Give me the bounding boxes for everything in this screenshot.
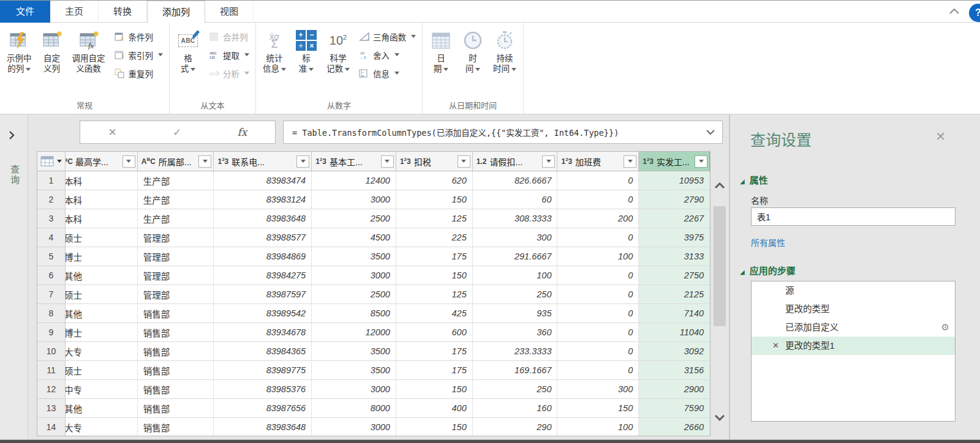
cell[interactable]: 83984365 [214, 342, 312, 361]
column-header-0[interactable]: ABC最高学... [66, 152, 138, 171]
cell[interactable]: 博士 [66, 323, 138, 342]
cell[interactable]: 管理部 [138, 247, 214, 266]
cell[interactable]: 83983124 [214, 190, 312, 209]
cell[interactable]: 83989542 [214, 304, 312, 323]
cell[interactable]: 本科 [66, 209, 138, 228]
close-panel-icon[interactable]: ✕ [935, 129, 946, 144]
tab-home[interactable]: 主页 [50, 1, 99, 23]
cell[interactable]: 2500 [312, 285, 396, 304]
cell[interactable]: 83983648 [214, 418, 312, 436]
cell[interactable]: 3156 [639, 361, 710, 380]
cell[interactable]: 83984869 [214, 247, 312, 266]
standard-button[interactable]: +−÷×标准 [290, 24, 322, 74]
cell[interactable]: 销售部 [138, 323, 214, 342]
applied-step-3[interactable]: ✕更改的类型1 [752, 337, 955, 355]
column-from-examples-button[interactable]: 示例中的列 [2, 24, 36, 74]
duration-button[interactable]: 持续时间 [489, 24, 521, 74]
cell[interactable]: 125 [396, 285, 473, 304]
cell[interactable]: 83988577 [214, 228, 312, 247]
cell[interactable]: 150 [396, 266, 473, 285]
duplicate-column-button[interactable]: 重复列 [115, 65, 164, 81]
cell[interactable]: 300 [557, 380, 639, 399]
cell[interactable]: 0 [557, 228, 639, 247]
cell[interactable]: 250 [473, 285, 558, 304]
cell[interactable]: 300 [473, 228, 558, 247]
cell[interactable]: 0 [557, 190, 639, 209]
cell[interactable]: 360 [473, 323, 558, 342]
cell[interactable]: 425 [396, 304, 473, 323]
row-number[interactable]: 13 [37, 399, 66, 418]
delete-step-icon[interactable]: ✕ [772, 337, 779, 355]
cell[interactable]: 销售部 [138, 361, 214, 380]
applied-steps-section-header[interactable]: ◢应用的步骤 [740, 264, 796, 277]
cell[interactable]: 0 [557, 266, 639, 285]
invoke-custom-function-button[interactable]: ✹fx调用自定义函数 [68, 24, 110, 74]
index-column-button[interactable]: 13索引列 [115, 47, 164, 62]
filter-dropdown-icon[interactable] [458, 155, 470, 168]
cell[interactable]: 169.1667 [473, 361, 558, 380]
cell[interactable]: 大专 [66, 342, 138, 361]
cell[interactable]: 233.3333 [473, 342, 558, 361]
statistics-button[interactable]: x̄σΣ统计信息 [258, 24, 290, 74]
queries-pane-label[interactable]: 查询 [8, 165, 21, 185]
cell[interactable]: 826.6667 [473, 171, 558, 190]
filter-dropdown-icon[interactable] [695, 155, 707, 168]
cell[interactable]: 0 [557, 342, 639, 361]
cell[interactable]: 100 [473, 266, 558, 285]
extract-button[interactable]: ABC123提取 [209, 47, 249, 62]
cell[interactable]: 8500 [312, 304, 396, 323]
cell[interactable]: 290 [473, 418, 558, 436]
all-properties-link[interactable]: 所有属性 [751, 236, 785, 248]
applied-step-2[interactable]: 已添加自定义⚙ [752, 318, 955, 337]
formula-expand-icon[interactable] [699, 130, 722, 135]
applied-step-1[interactable]: 更改的类型 [752, 300, 955, 318]
cell[interactable]: 销售部 [138, 342, 214, 361]
cell[interactable]: 0 [557, 304, 639, 323]
row-number[interactable]: 11 [37, 361, 66, 380]
cell[interactable]: 2900 [639, 380, 710, 399]
cell[interactable]: 83984275 [214, 266, 312, 285]
scroll-down-icon[interactable] [712, 411, 728, 425]
row-number[interactable]: 10 [37, 342, 66, 361]
rounding-button[interactable]: .00→.0舍入 [359, 47, 416, 62]
cell[interactable]: 硕士 [66, 285, 138, 304]
scroll-up-icon[interactable] [712, 178, 728, 193]
cell[interactable]: 150 [557, 399, 639, 418]
row-number[interactable]: 14 [37, 418, 66, 436]
scientific-button[interactable]: 102科学记数 [322, 24, 354, 74]
cell[interactable]: 2125 [639, 285, 710, 304]
cell[interactable]: 本科 [66, 171, 138, 190]
cell[interactable]: 291.6667 [473, 247, 558, 266]
cell[interactable]: 2750 [639, 266, 710, 285]
properties-section-header[interactable]: ◢属性 [740, 173, 768, 186]
filter-dropdown-icon[interactable] [198, 155, 211, 168]
filter-dropdown-icon[interactable] [542, 155, 555, 168]
row-number[interactable]: 5 [37, 247, 66, 266]
filter-dropdown-icon[interactable] [381, 155, 394, 168]
tab-add-column[interactable]: 添加列 [147, 1, 205, 23]
cell[interactable]: 销售部 [138, 380, 214, 399]
row-number[interactable]: 3 [37, 209, 66, 228]
row-number[interactable]: 7 [37, 285, 66, 304]
cell[interactable]: 3500 [312, 247, 396, 266]
cell[interactable]: 150 [396, 380, 473, 399]
cell[interactable]: 3500 [312, 342, 396, 361]
cell[interactable]: 400 [396, 399, 473, 418]
cell[interactable]: 0 [557, 285, 639, 304]
cell[interactable]: 83934678 [214, 323, 312, 342]
vertical-scrollbar[interactable] [712, 178, 728, 425]
cell[interactable]: 200 [557, 209, 639, 228]
column-header-7[interactable]: 123实发工... [639, 152, 710, 171]
select-all-table-icon[interactable] [37, 152, 66, 171]
collapse-ribbon-icon[interactable] [949, 9, 959, 14]
cell[interactable]: 60 [473, 190, 558, 209]
cell[interactable]: 管理部 [138, 228, 214, 247]
cell[interactable]: 销售部 [138, 418, 214, 436]
row-number[interactable]: 2 [37, 190, 66, 209]
cell[interactable]: 150 [396, 418, 473, 436]
cell[interactable]: 0 [557, 323, 639, 342]
row-number[interactable]: 12 [37, 380, 66, 399]
cell[interactable]: 308.3333 [473, 209, 558, 228]
cell[interactable]: 935 [473, 304, 558, 323]
cell[interactable]: 管理部 [138, 266, 214, 285]
